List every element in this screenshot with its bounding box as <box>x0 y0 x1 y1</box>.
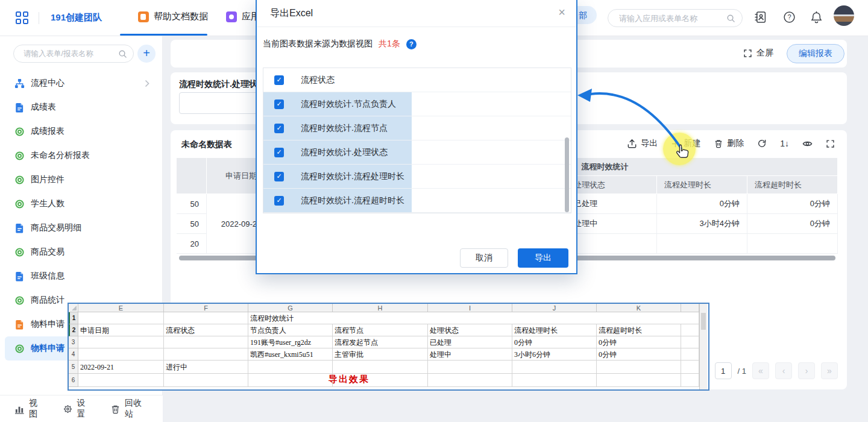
excel-cell: 主管审批 <box>333 348 428 361</box>
divider <box>39 12 39 24</box>
team-name-link[interactable]: 191创建团队 <box>51 12 102 24</box>
excel-row-header: 1 <box>69 312 78 324</box>
trash-icon <box>714 139 723 148</box>
global-search-input[interactable] <box>618 10 726 27</box>
table-cell: 0分钟 <box>747 214 838 234</box>
excel-cell: 流程处理时长 <box>512 324 597 336</box>
sidebar-item[interactable]: 成绩表 <box>5 95 158 119</box>
excel-scrollbar-thumb <box>701 313 706 330</box>
checkbox-checked[interactable]: ✓ <box>274 196 284 206</box>
search-icon <box>118 49 127 58</box>
excel-cell: 0分钟 <box>512 336 597 348</box>
export-confirm-button[interactable]: 导出 <box>518 248 568 268</box>
tab-app[interactable]: 应用 <box>226 11 260 22</box>
record-count-badge: 共1条 <box>379 39 400 49</box>
report-icon <box>14 295 25 306</box>
tab-help-doc-data[interactable]: 帮助文档数据 <box>138 11 208 22</box>
excel-cell <box>78 336 164 348</box>
filter-label: 流程时效统计.处理状态 <box>179 79 266 90</box>
sidebar-item-label: 商品统计 <box>31 295 64 306</box>
excel-column-header: E <box>78 304 164 312</box>
field-label: 流程时效统计.节点负责人 <box>301 99 396 110</box>
export-field-row[interactable]: ✓流程时效统计.流程处理时长 <box>263 165 571 189</box>
sidebar-item[interactable]: 图片控件 <box>5 168 158 192</box>
checkbox-checked[interactable]: ✓ <box>274 148 284 157</box>
excel-row-header: 4 <box>69 348 78 361</box>
global-search[interactable] <box>608 9 743 27</box>
sidebar-search[interactable] <box>13 45 134 63</box>
checkbox-checked[interactable]: ✓ <box>274 172 284 181</box>
workbench-grid-icon[interactable] <box>16 11 29 25</box>
user-avatar[interactable] <box>834 5 854 26</box>
cancel-button[interactable]: 取消 <box>460 248 508 268</box>
notification-bell-icon[interactable] <box>810 11 823 24</box>
sort-button[interactable]: 1↓ <box>780 139 789 148</box>
workflow-icon <box>14 78 25 89</box>
contacts-icon[interactable] <box>754 11 767 24</box>
export-field-row[interactable]: ✓流程状态 <box>263 68 571 92</box>
sidebar-item[interactable]: 学生人数 <box>5 192 158 216</box>
export-field-row[interactable]: ✓流程时效统计.节点负责人 <box>263 92 571 116</box>
page-number-input[interactable]: 1 <box>715 362 732 379</box>
list-scrollbar-thumb[interactable] <box>565 137 569 212</box>
sidebar-item[interactable]: 班级信息 <box>5 264 158 288</box>
excel-cell: 2022-09-21 <box>78 361 164 374</box>
checkbox-checked[interactable]: ✓ <box>274 124 284 133</box>
gear-icon <box>63 404 73 414</box>
footer-item-recycle-bin[interactable]: 回收站 <box>110 398 148 420</box>
edit-report-button[interactable]: 编辑报表 <box>787 44 844 63</box>
sidebar-item-label: 商品交易 <box>31 247 64 257</box>
footer-item-views[interactable]: 视图 <box>14 398 45 420</box>
sidebar-item-label: 流程中心 <box>31 78 64 89</box>
export-field-row[interactable]: ✓流程时效统计.流程节点 <box>263 116 571 140</box>
eye-icon <box>802 139 813 149</box>
sidebar-item[interactable]: 未命名分析报表 <box>5 143 158 168</box>
checkbox-checked[interactable]: ✓ <box>274 75 284 85</box>
prev-page-button[interactable]: ‹ <box>775 362 792 379</box>
export-field-row[interactable]: ✓流程时效统计.处理状态 <box>263 140 571 165</box>
excel-cell <box>428 374 512 387</box>
close-icon[interactable]: × <box>558 6 565 18</box>
footer-item-settings[interactable]: 设置 <box>63 398 93 420</box>
export-button[interactable]: 导出 <box>627 138 658 149</box>
help-icon[interactable]: ? <box>783 11 796 24</box>
refresh-button[interactable] <box>757 139 767 148</box>
trash-icon <box>110 404 121 414</box>
visibility-button[interactable] <box>802 139 813 149</box>
excel-cell <box>512 361 597 374</box>
excel-cell: 节点负责人 <box>248 324 333 336</box>
pagination: 1 / 1 « ‹ › » <box>715 362 838 380</box>
delete-button[interactable]: 删除 <box>714 138 744 149</box>
excel-cell: 处理中 <box>428 348 512 361</box>
sidebar-item[interactable]: 流程中心 <box>5 71 158 95</box>
sidebar-item[interactable]: 商品交易明细 <box>5 216 158 240</box>
excel-cell <box>78 348 164 361</box>
page-total: / 1 <box>738 367 746 376</box>
report-icon <box>14 199 25 209</box>
help-circle-icon[interactable]: ? <box>406 39 417 49</box>
checkbox-checked[interactable]: ✓ <box>274 99 284 109</box>
report-icon <box>14 151 25 161</box>
sidebar-item[interactable]: 成绩报表 <box>5 119 158 143</box>
excel-cell <box>164 336 248 348</box>
excel-column-header: F <box>164 304 248 312</box>
datasheet-title: 未命名数据表 <box>181 139 232 150</box>
sidebar-search-input[interactable] <box>22 45 116 62</box>
excel-cell: 流程发起节点 <box>333 336 428 348</box>
fullscreen-button[interactable]: 全屏 <box>743 48 773 58</box>
table-header-cell <box>177 158 207 194</box>
expand-table-button[interactable] <box>826 139 835 148</box>
export-field-row[interactable]: ✓流程时效统计.流程超时时长 <box>263 189 571 213</box>
table-cell: 3小时4分钟 <box>657 214 747 234</box>
field-label: 流程状态 <box>301 75 335 86</box>
export-field-list: ✓流程状态✓流程时效统计.节点负责人✓流程时效统计.流程节点✓流程时效统计.处理… <box>263 68 571 213</box>
field-label: 流程时效统计.流程超时时长 <box>301 195 404 206</box>
last-page-button[interactable]: » <box>821 362 838 379</box>
add-form-button[interactable]: + <box>137 45 156 63</box>
dialog-buttons: 取消 导出 <box>460 248 568 268</box>
first-page-button[interactable]: « <box>752 362 769 379</box>
sidebar-footer: 视图 设置 回收站 <box>0 395 163 422</box>
excel-cell: 流程节点 <box>333 324 428 336</box>
next-page-button[interactable]: › <box>798 362 815 379</box>
sidebar-item[interactable]: 商品交易 <box>5 240 158 264</box>
